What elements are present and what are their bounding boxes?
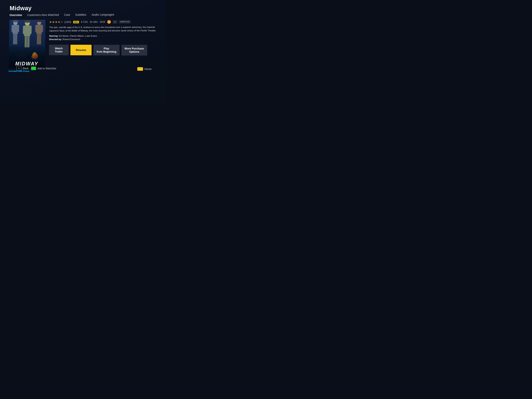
nav-tabs: Overview Customers Also Watched Cast Sub… <box>10 12 159 18</box>
back-icon: ↩ <box>16 66 22 70</box>
svg-rect-13 <box>27 36 30 48</box>
poster-container: prime <box>9 20 45 73</box>
home-button[interactable]: Home <box>137 67 152 71</box>
figure-right <box>33 20 45 51</box>
director-row: Directed by: Roland Emmerich <box>49 38 159 41</box>
yellow-controller-btn <box>137 67 143 71</box>
svg-rect-3 <box>18 25 19 32</box>
action-buttons: Watch Trailer Resume Play from Beginning… <box>49 45 160 56</box>
star-2: ★ <box>52 20 55 24</box>
tab-overview[interactable]: Overview <box>10 13 25 18</box>
bottom-left-controls: ↩ Back Add to Watchlist <box>16 66 56 71</box>
svg-rect-11 <box>30 26 32 34</box>
star-rating: ★ ★ ★ ★ ★ (1253) <box>49 20 71 24</box>
play-from-beginning-button[interactable]: Play from Beginning <box>93 45 120 55</box>
figure-left <box>9 20 21 51</box>
directed-label: Directed by: <box>49 38 62 41</box>
meta-row: ★ ★ ★ ★ ★ (1253) IMDb 6.7/10 2h 18m 2019 <box>49 20 159 24</box>
content-area: prime <box>9 19 160 74</box>
svg-rect-9 <box>24 25 31 36</box>
movie-details: ★ ★ ★ ★ ★ (1253) IMDb 6.7/10 2h 18m 2019 <box>49 19 160 74</box>
audio-format: 5.1 <box>113 20 117 23</box>
svg-rect-10 <box>23 26 25 34</box>
svg-rect-21 <box>35 25 37 32</box>
svg-rect-24 <box>39 34 41 44</box>
star-3: ★ <box>55 20 57 24</box>
svg-rect-12 <box>25 36 27 48</box>
back-button[interactable]: ↩ Back <box>16 66 29 71</box>
subtitles-badge: SUBTITLES <box>119 20 131 23</box>
resume-button[interactable]: Resume <box>70 45 92 55</box>
header: Midway Overview Customers Also Watched C… <box>10 4 159 18</box>
svg-rect-2 <box>12 25 13 32</box>
star-1: ★ <box>49 20 52 24</box>
starring-row: Starring: Ed Skrein, Patrick Wilson, Luk… <box>49 35 159 37</box>
svg-rect-4 <box>13 34 15 44</box>
watch-trailer-button[interactable]: Watch Trailer <box>49 45 69 55</box>
year: 2019 <box>100 21 105 23</box>
bottom-bar: ↩ Back Add to Watchlist Home <box>16 66 152 71</box>
tab-subtitles[interactable]: Subtitles <box>73 12 89 17</box>
starring-label: Starring: <box>49 35 58 37</box>
tab-cast[interactable]: Cast <box>62 13 73 17</box>
svg-rect-15 <box>24 21 30 23</box>
svg-rect-26 <box>37 21 42 22</box>
imdb-badge: IMDb <box>73 21 79 23</box>
star-4: ★ <box>58 20 60 24</box>
green-controller-btn <box>31 67 36 70</box>
svg-rect-5 <box>15 34 17 44</box>
duration: 2h 18m <box>90 21 98 23</box>
svg-rect-7 <box>13 21 18 22</box>
tab-customers-also-watched[interactable]: Customers Also Watched <box>25 13 62 18</box>
back-label: Back <box>23 67 29 70</box>
imdb-score: 6.7/10 <box>81 21 88 23</box>
age-rating: 12 <box>107 20 111 24</box>
poster-title: MIDWAY <box>9 51 45 68</box>
star-5: ★ <box>61 20 63 24</box>
svg-rect-23 <box>37 34 39 44</box>
more-purchase-options-button[interactable]: More Purchase Options <box>121 45 147 56</box>
description: The epic, real-life saga of the U.S. bro… <box>49 25 158 32</box>
tab-audio-languages[interactable]: Audio Languages <box>89 12 117 17</box>
director-name: Roland Emmerich <box>63 38 80 41</box>
watchlist-label: Add to Watchlist <box>37 67 56 70</box>
svg-rect-20 <box>36 25 42 34</box>
add-to-watchlist-button[interactable]: Add to Watchlist <box>31 67 56 70</box>
home-label: Home <box>144 67 152 71</box>
movie-title: Midway <box>10 4 159 12</box>
rating-count: (1253) <box>64 21 71 23</box>
svg-rect-22 <box>41 25 43 32</box>
movie-poster: prime <box>9 20 45 68</box>
svg-rect-1 <box>13 25 18 34</box>
starring-actors: Ed Skrein, Patrick Wilson, Luke Evans <box>59 35 97 37</box>
